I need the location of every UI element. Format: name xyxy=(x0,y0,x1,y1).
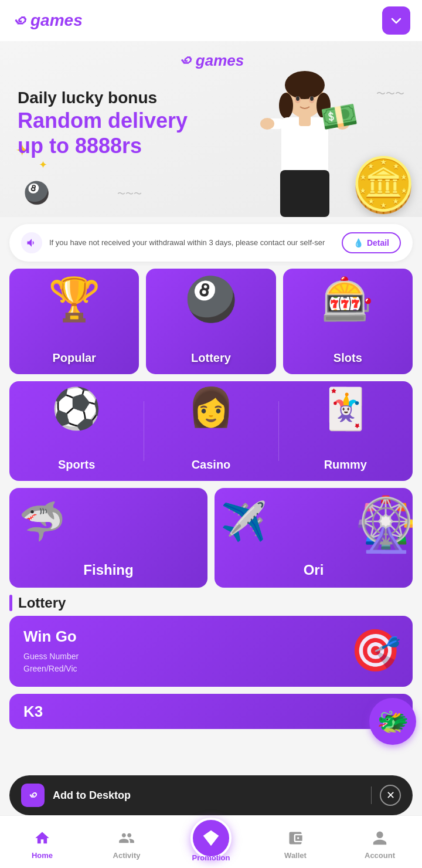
wingo-desc: Guess NumberGreen/Red/Vic xyxy=(23,650,399,675)
rummy-label: Rummy xyxy=(324,458,367,472)
money-icon: 💵 xyxy=(318,97,360,137)
logo-icon: ꩜ xyxy=(12,11,28,30)
wallet-icon xyxy=(287,830,304,849)
plane-icon: ✈️ xyxy=(220,500,267,544)
coins-icon: 🪙 xyxy=(350,158,416,211)
nav-promotion-label: Promotion xyxy=(192,853,230,862)
lottery-section-title: Lottery xyxy=(9,595,413,611)
svg-rect-5 xyxy=(299,114,311,126)
nav-home[interactable]: Home xyxy=(0,830,84,868)
activity-icon xyxy=(118,830,135,849)
svg-point-13 xyxy=(296,96,300,101)
popular-icon: 🏆 xyxy=(48,278,101,320)
notification-text: If you have not received your withdrawal… xyxy=(49,237,335,249)
account-icon xyxy=(372,830,388,849)
casino-label: Casino xyxy=(192,458,231,472)
app-header: ꩜ games xyxy=(0,0,422,41)
others-card[interactable]: ✈️ 🎡 Ori xyxy=(215,488,413,588)
chevron-down-icon xyxy=(390,14,403,27)
nav-home-label: Home xyxy=(32,851,53,860)
wingo-title: Win Go xyxy=(23,628,399,646)
bottom-navigation: Home Activity Promotion Wallet xyxy=(0,815,422,868)
nav-wallet[interactable]: Wallet xyxy=(253,830,338,868)
wingo-icon: 🎯 xyxy=(350,622,401,676)
detail-button[interactable]: 💧 Detail xyxy=(342,232,401,253)
banner-line3: up to 8888rs xyxy=(18,133,188,158)
home-icon xyxy=(34,830,50,849)
detail-dot-icon: 💧 xyxy=(353,238,363,247)
category-lottery[interactable]: 🎱 Lottery xyxy=(146,269,275,374)
deco-squiggle-2: 〜〜〜 xyxy=(117,189,142,199)
banner-logo: ꩜ games xyxy=(178,52,244,70)
close-button[interactable]: ✕ xyxy=(380,785,401,806)
category-grid: 🏆 Popular 🎱 Lottery 🎰 Slots xyxy=(9,269,413,374)
rummy-item[interactable]: 🃏 Rummy xyxy=(278,381,413,481)
sparkle-icon-2: ✦ xyxy=(39,158,47,171)
sports-icon: ⚽ xyxy=(52,388,101,428)
slots-label: Slots xyxy=(333,351,362,365)
divider xyxy=(371,786,372,804)
menu-button[interactable] xyxy=(382,6,410,35)
nav-account-label: Account xyxy=(365,851,395,860)
banner-line1: Daily lucky bonus xyxy=(18,88,188,108)
dragon-avatar[interactable]: 🐲 xyxy=(369,698,422,751)
nav-activity[interactable]: Activity xyxy=(84,830,169,868)
banner-person xyxy=(246,59,363,217)
category-popular[interactable]: 🏆 Popular xyxy=(9,269,139,374)
svg-point-1 xyxy=(285,71,325,99)
svg-rect-6 xyxy=(280,170,329,217)
notification-bar: If you have not received your withdrawal… xyxy=(9,224,413,262)
banner-line2: Random delivery xyxy=(18,108,188,133)
sports-item[interactable]: ⚽ Sports xyxy=(9,381,144,481)
svg-point-9 xyxy=(260,118,274,130)
app-logo: ꩜ games xyxy=(12,11,83,30)
nav-activity-label: Activity xyxy=(113,851,141,860)
wingo-card[interactable]: Win Go Guess NumberGreen/Red/Vic 🎯 xyxy=(9,616,413,687)
promo-banner: ꩜ games Daily lucky bonus Random deliver… xyxy=(0,41,422,217)
svg-point-14 xyxy=(310,96,314,101)
banner-text: Daily lucky bonus Random delivery up to … xyxy=(18,88,188,158)
nav-wallet-label: Wallet xyxy=(284,851,307,860)
person-illustration xyxy=(258,65,352,217)
sound-icon xyxy=(21,232,42,253)
deco-squiggle-1: 〜〜〜 xyxy=(376,88,404,100)
nav-account[interactable]: Account xyxy=(338,830,422,868)
sports-row: ⚽ Sports 👩 Casino 🃏 Rummy xyxy=(9,381,413,481)
lottery-icon: 🎱 xyxy=(185,278,237,320)
add-desktop-label: Add to Desktop xyxy=(53,789,363,802)
k3-card[interactable]: K3 xyxy=(9,694,413,729)
nav-promotion[interactable]: Promotion xyxy=(169,852,253,868)
slots-icon: 🎰 xyxy=(321,278,374,320)
promotion-button[interactable] xyxy=(190,818,232,859)
fishing-row: 🦈 Fishing ✈️ 🎡 Ori xyxy=(9,488,413,588)
add-to-desktop-bar: ꩜ Add to Desktop ✕ xyxy=(9,775,413,815)
fishing-label: Fishing xyxy=(83,562,133,578)
casino-item[interactable]: 👩 Casino xyxy=(144,381,278,481)
logo-wordmark: games xyxy=(30,11,83,30)
k3-title: K3 xyxy=(23,703,43,721)
popular-label: Popular xyxy=(52,351,96,365)
sports-label: Sports xyxy=(58,458,95,472)
casino-icon: 👩 xyxy=(188,388,234,426)
lottery-label: Lottery xyxy=(191,351,231,365)
svg-point-2 xyxy=(279,93,293,118)
fishing-card[interactable]: 🦈 Fishing xyxy=(9,488,207,588)
add-desktop-logo: ꩜ xyxy=(21,784,45,807)
rummy-icon: 🃏 xyxy=(321,388,370,428)
wheel-icon: 🎡 xyxy=(353,494,413,555)
others-label: Ori xyxy=(304,562,324,578)
bingo-ball-icon: 🎱 xyxy=(23,181,50,205)
category-slots[interactable]: 🎰 Slots xyxy=(283,269,413,374)
dragon-icon: 🐲 xyxy=(369,698,416,745)
shark-icon: 🦈 xyxy=(19,500,66,544)
diamond-icon xyxy=(202,829,220,847)
